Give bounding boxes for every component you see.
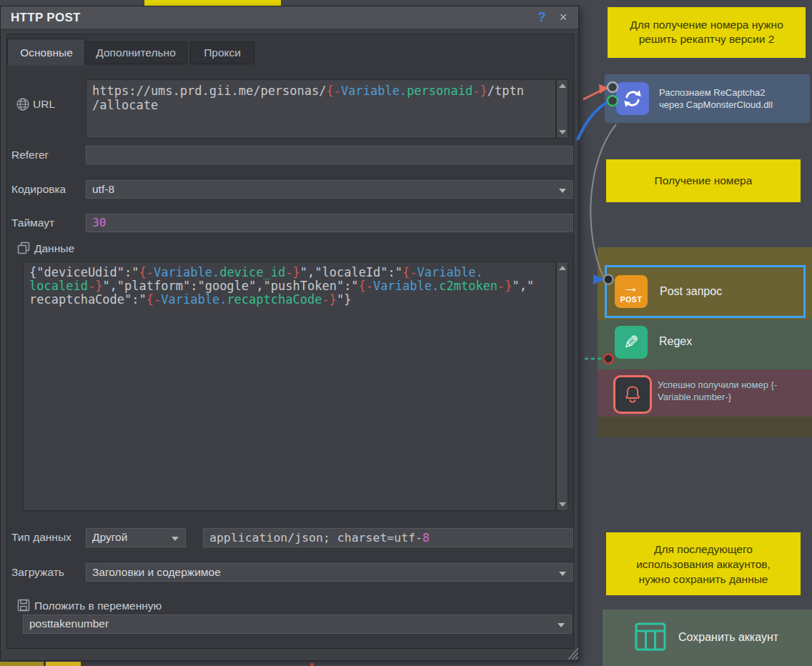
triangle-down-icon [559, 502, 566, 507]
triangle-down-icon [559, 130, 566, 134]
recaptcha-block-label: Распознаем ReCaptcha2 через CapMonsterCl… [659, 86, 773, 111]
occluded-port-dot [310, 663, 314, 666]
dialog-panel: Основные Дополнительно Прокси URL https:… [6, 34, 574, 649]
data-type-label: Тип данных [11, 528, 71, 547]
encoding-label: Кодировка [11, 180, 66, 199]
data-type-select[interactable]: Другой [86, 528, 186, 547]
data-scrollbar[interactable] [556, 262, 568, 511]
data-copy-icon [17, 242, 30, 254]
scroll-up-button[interactable] [557, 80, 568, 91]
timeout-input[interactable]: 30 [86, 214, 573, 232]
encoding-value: utf-8 [92, 183, 114, 195]
note-line: Для последующего [606, 542, 801, 557]
save-account-block[interactable]: Сохранить аккаунт [603, 610, 812, 666]
data-type-value: Другой [92, 531, 127, 543]
note-get-number[interactable]: Получение номера [606, 159, 801, 202]
load-select[interactable]: Заголовки и содержимое [86, 563, 573, 582]
chevron-down-icon [558, 623, 565, 627]
post-icon-arrow: → [623, 279, 639, 295]
help-button[interactable]: ? [533, 6, 551, 29]
encoding-select[interactable]: utf-8 [86, 180, 573, 199]
data-label: Данные [34, 239, 74, 258]
post-icon: → POST [615, 275, 648, 308]
recaptcha-block[interactable]: Распознаем ReCaptcha2 через CapMonsterCl… [605, 74, 810, 123]
scroll-down-button[interactable] [557, 499, 568, 510]
note-line: решить рекаптчу версии 2 [608, 32, 806, 46]
tab-proksi[interactable]: Прокси [190, 41, 254, 64]
group-region-olive-bottom [598, 417, 812, 437]
post-icon-text: POST [620, 295, 643, 304]
resize-grip[interactable] [564, 647, 578, 660]
scroll-up-button[interactable] [557, 262, 568, 274]
post-block-label: Post запрос [660, 285, 722, 298]
note-line: Получение номера [655, 174, 753, 188]
app-canvas: HTTP POST ? × Основные Дополнительно Про… [0, 0, 812, 666]
dialog-titlebar[interactable]: HTTP POST ? × [1, 6, 578, 29]
url-globe-icon [16, 97, 30, 111]
pencil-icon: ✎ [615, 326, 648, 359]
triangle-up-icon [559, 266, 566, 270]
chevron-down-icon [559, 189, 566, 193]
url-scrollbar[interactable] [556, 79, 568, 139]
floppy-disk-icon [17, 599, 30, 612]
save-var-label: Положить в переменную [34, 597, 162, 615]
note-line: Для получение номера нужно [608, 18, 806, 32]
save-var-select[interactable]: posttakenumber [23, 615, 572, 634]
table-grid-icon [633, 620, 668, 654]
recaptcha-refresh-icon [616, 82, 649, 115]
post-request-block[interactable]: → POST Post запрос [605, 265, 806, 318]
tab-osnovnye[interactable]: Основные [7, 39, 86, 66]
content-type-input[interactable]: application/json; charset=utf-8 [203, 528, 573, 547]
load-label: Загружать [11, 563, 64, 582]
chevron-down-icon [559, 572, 566, 576]
timeout-label: Таймаут [11, 214, 54, 232]
occluded-note-bottom-left2 [46, 662, 81, 666]
note-line: нужно сохранить данные [606, 572, 801, 587]
regex-block[interactable]: ✎ Regex [606, 323, 804, 364]
data-textarea[interactable]: {"deviceUdid":"{-Variable.device_id-}","… [23, 262, 556, 511]
url-label: URL [33, 95, 55, 114]
note-line: использования аккаунтов, [606, 557, 801, 572]
notification-block[interactable]: Успешно получили номер {- Variable.numbe… [606, 370, 806, 416]
occluded-note-top[interactable] [144, 0, 281, 6]
load-value: Заголовки и содержимое [92, 566, 221, 578]
note-recaptcha-comment[interactable]: Для получение номера нужно решить рекапт… [608, 7, 806, 58]
http-post-dialog: HTTP POST ? × Основные Дополнительно Про… [0, 6, 579, 661]
close-button[interactable]: × [554, 6, 573, 29]
url-textarea[interactable]: https://ums.prd.gii.me/personas/{-Variab… [86, 79, 556, 139]
scroll-down-button[interactable] [557, 126, 568, 138]
regex-block-label: Regex [659, 335, 692, 348]
notification-label: Успешно получили номер {- Variable.numbe… [658, 379, 777, 403]
referer-label: Referer [11, 146, 49, 164]
tab-dopolnitelno[interactable]: Дополнительно [84, 41, 187, 64]
triangle-up-icon [559, 84, 566, 88]
save-account-label: Сохранить аккаунт [678, 631, 778, 644]
note-save-accounts[interactable]: Для последующего использования аккаунтов… [606, 532, 801, 595]
occluded-note-bottom-left [0, 662, 44, 666]
chevron-down-icon [172, 537, 179, 541]
bell-icon [613, 375, 652, 414]
save-var-value: posttakenumber [29, 617, 109, 630]
dialog-title: HTTP POST [1, 6, 81, 29]
referer-input[interactable] [86, 146, 573, 164]
